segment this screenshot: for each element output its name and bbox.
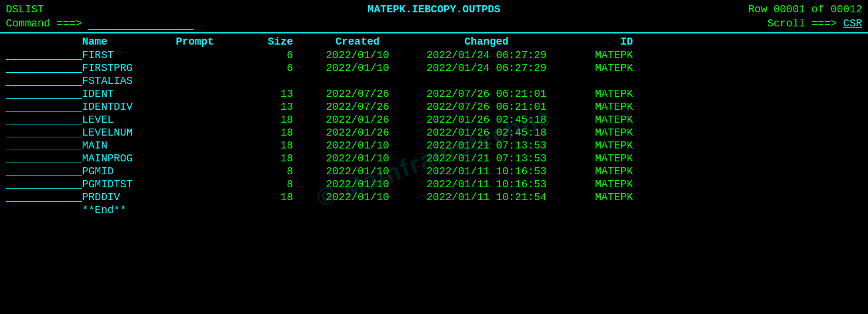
col-header-prompt: Prompt [176, 36, 258, 48]
cell-size-7: 18 [258, 140, 305, 151]
cmd-input-6[interactable] [6, 127, 82, 137]
header-row-1: DSLIST MATEPK.IEBCOPY.OUTPDS Row 00001 o… [0, 2, 868, 16]
col-header-name: Name [82, 36, 176, 48]
cmd-input-2[interactable] [6, 75, 82, 86]
row-info: Row 00001 of 00012 [710, 4, 862, 15]
cell-name-1: FIRSTPRG [82, 62, 176, 74]
cell-changed-3: 2022/07/26 06:21:01 [410, 88, 563, 100]
cell-id-8: MATEPK [563, 153, 633, 164]
cell-changed-8: 2022/01/21 07:13:53 [410, 153, 563, 164]
cell-id-3: MATEPK [563, 88, 633, 100]
cell-changed-7: 2022/01/21 07:13:53 [410, 140, 563, 151]
cell-size-6: 18 [258, 127, 305, 139]
cell-id-6: MATEPK [563, 127, 633, 139]
cell-changed-5: 2022/01/26 02:45:18 [410, 114, 563, 126]
table-row: LEVELNUM 18 2022/01/26 2022/01/26 02:45:… [0, 126, 868, 139]
table-row: FIRST 6 2022/01/10 2022/01/24 06:27:29 M… [0, 49, 868, 62]
cell-size-3: 13 [258, 88, 305, 100]
cmd-input-8[interactable] [6, 153, 82, 163]
table-row: MAINPROG 18 2022/01/10 2022/01/21 07:13:… [0, 152, 868, 165]
cell-id-7: MATEPK [563, 140, 633, 151]
data-rows-container: FIRST 6 2022/01/10 2022/01/24 06:27:29 M… [0, 49, 868, 204]
cmd-input-11[interactable] [6, 191, 82, 202]
column-headers: Name Prompt Size Created Changed ID [0, 35, 868, 49]
cell-name-10: PGMIDTST [82, 178, 176, 190]
cell-name-7: MAIN [82, 140, 176, 151]
table-row: PGMID 8 2022/01/10 2022/01/11 10:16:53 M… [0, 165, 868, 178]
cell-created-9: 2022/01/10 [305, 166, 410, 177]
cell-name-3: IDENT [82, 88, 176, 100]
end-marker: **End** [82, 204, 127, 216]
cell-name-4: IDENTDIV [82, 101, 176, 113]
table-row: FIRSTPRG 6 2022/01/10 2022/01/24 06:27:2… [0, 62, 868, 75]
scroll-value[interactable]: CSR [843, 18, 862, 29]
col-header-changed: Changed [410, 36, 563, 48]
cell-created-6: 2022/01/26 [305, 127, 410, 139]
cell-created-7: 2022/01/10 [305, 140, 410, 151]
cell-created-4: 2022/07/26 [305, 101, 410, 113]
cell-size-5: 18 [258, 114, 305, 126]
terminal-screen: © Mainframstechne DSLIST MATEPK.IEBCOPY.… [0, 0, 868, 314]
cell-id-1: MATEPK [563, 62, 633, 74]
table-row: LEVEL 18 2022/01/26 2022/01/26 02:45:18 … [0, 113, 868, 126]
cell-size-11: 18 [258, 191, 305, 203]
command-input[interactable] [88, 18, 193, 30]
table-row: IDENTDIV 13 2022/07/26 2022/07/26 06:21:… [0, 100, 868, 113]
cell-size-10: 8 [258, 178, 305, 190]
cell-changed-4: 2022/07/26 06:21:01 [410, 101, 563, 113]
dataset-name: MATEPK.IEBCOPY.OUTPDS [158, 4, 710, 15]
cell-id-5: MATEPK [563, 114, 633, 126]
cell-created-10: 2022/01/10 [305, 178, 410, 190]
cell-name-9: PGMID [82, 166, 176, 177]
cell-changed-1: 2022/01/24 06:27:29 [410, 62, 563, 74]
cell-size-0: 6 [258, 49, 305, 61]
cell-changed-6: 2022/01/26 02:45:18 [410, 127, 563, 139]
cell-created-5: 2022/01/26 [305, 114, 410, 126]
cmd-input-9[interactable] [6, 166, 82, 176]
end-marker-row: **End** [0, 204, 868, 217]
cell-changed-9: 2022/01/11 10:16:53 [410, 166, 563, 177]
cell-name-5: LEVEL [82, 114, 176, 126]
cell-name-2: FSTALIAS [82, 75, 176, 87]
cell-name-11: PRDDIV [82, 191, 176, 203]
cell-id-0: MATEPK [563, 49, 633, 61]
cmd-input-4[interactable] [6, 101, 82, 112]
cell-size-8: 18 [258, 153, 305, 164]
cell-size-4: 13 [258, 101, 305, 113]
table-row: MAIN 18 2022/01/10 2022/01/21 07:13:53 M… [0, 139, 868, 152]
command-row: Command ===> Scroll ===> CSR [0, 16, 868, 31]
cell-created-1: 2022/01/10 [305, 62, 410, 74]
table-row: PRDDIV 18 2022/01/10 2022/01/11 10:21:54… [0, 191, 868, 204]
cell-size-1: 6 [258, 62, 305, 74]
scroll-row: Scroll ===> CSR [710, 18, 862, 30]
col-header-created: Created [305, 36, 410, 48]
cmd-input-10[interactable] [6, 178, 82, 189]
col-header-size: Size [258, 36, 305, 48]
cmd-input-7[interactable] [6, 140, 82, 150]
cell-changed-0: 2022/01/24 06:27:29 [410, 49, 563, 61]
cmd-input-3[interactable] [6, 88, 82, 99]
cell-name-8: MAINPROG [82, 153, 176, 164]
col-header-cmd [6, 36, 82, 48]
cmd-input-0[interactable] [6, 49, 82, 60]
cell-id-10: MATEPK [563, 178, 633, 190]
cmd-input-5[interactable] [6, 114, 82, 124]
table-row: FSTALIAS [0, 75, 868, 87]
cell-size-9: 8 [258, 166, 305, 177]
cell-name-0: FIRST [82, 49, 176, 61]
cmd-input-1[interactable] [6, 62, 82, 73]
cell-created-11: 2022/01/10 [305, 191, 410, 203]
cell-name-6: LEVELNUM [82, 127, 176, 139]
col-header-id: ID [563, 36, 633, 48]
cell-id-9: MATEPK [563, 166, 633, 177]
cell-changed-11: 2022/01/11 10:21:54 [410, 191, 563, 203]
command-label: Command ===> [6, 18, 193, 30]
cell-created-0: 2022/01/10 [305, 49, 410, 61]
cell-id-11: MATEPK [563, 191, 633, 203]
cell-id-4: MATEPK [563, 101, 633, 113]
header-divider [0, 32, 868, 33]
cell-created-3: 2022/07/26 [305, 88, 410, 100]
app-name: DSLIST [6, 4, 158, 15]
table-row: IDENT 13 2022/07/26 2022/07/26 06:21:01 … [0, 87, 868, 100]
cell-created-8: 2022/01/10 [305, 153, 410, 164]
